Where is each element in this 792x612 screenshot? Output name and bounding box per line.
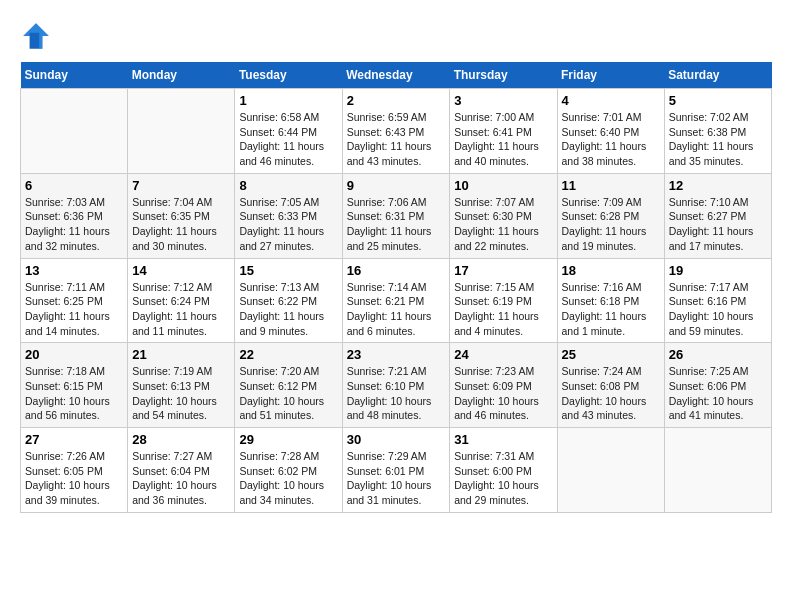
header-tuesday: Tuesday bbox=[235, 62, 342, 89]
header-row: SundayMondayTuesdayWednesdayThursdayFrid… bbox=[21, 62, 772, 89]
day-number-12: 12 bbox=[669, 178, 767, 193]
day-info-6: Sunrise: 7:03 AM Sunset: 6:36 PM Dayligh… bbox=[25, 195, 123, 254]
empty-cell bbox=[128, 89, 235, 174]
empty-cell bbox=[557, 428, 664, 513]
header-thursday: Thursday bbox=[450, 62, 557, 89]
day-number-24: 24 bbox=[454, 347, 552, 362]
day-number-22: 22 bbox=[239, 347, 337, 362]
header-friday: Friday bbox=[557, 62, 664, 89]
day-cell-8: 8Sunrise: 7:05 AM Sunset: 6:33 PM Daylig… bbox=[235, 173, 342, 258]
day-number-29: 29 bbox=[239, 432, 337, 447]
day-info-5: Sunrise: 7:02 AM Sunset: 6:38 PM Dayligh… bbox=[669, 110, 767, 169]
day-number-27: 27 bbox=[25, 432, 123, 447]
day-info-19: Sunrise: 7:17 AM Sunset: 6:16 PM Dayligh… bbox=[669, 280, 767, 339]
day-number-14: 14 bbox=[132, 263, 230, 278]
day-number-30: 30 bbox=[347, 432, 446, 447]
day-cell-21: 21Sunrise: 7:19 AM Sunset: 6:13 PM Dayli… bbox=[128, 343, 235, 428]
day-number-20: 20 bbox=[25, 347, 123, 362]
day-info-21: Sunrise: 7:19 AM Sunset: 6:13 PM Dayligh… bbox=[132, 364, 230, 423]
day-info-16: Sunrise: 7:14 AM Sunset: 6:21 PM Dayligh… bbox=[347, 280, 446, 339]
day-cell-6: 6Sunrise: 7:03 AM Sunset: 6:36 PM Daylig… bbox=[21, 173, 128, 258]
day-number-13: 13 bbox=[25, 263, 123, 278]
day-number-6: 6 bbox=[25, 178, 123, 193]
empty-cell bbox=[21, 89, 128, 174]
day-cell-1: 1Sunrise: 6:58 AM Sunset: 6:44 PM Daylig… bbox=[235, 89, 342, 174]
day-number-5: 5 bbox=[669, 93, 767, 108]
header-saturday: Saturday bbox=[664, 62, 771, 89]
day-cell-13: 13Sunrise: 7:11 AM Sunset: 6:25 PM Dayli… bbox=[21, 258, 128, 343]
logo bbox=[20, 20, 56, 52]
day-cell-23: 23Sunrise: 7:21 AM Sunset: 6:10 PM Dayli… bbox=[342, 343, 450, 428]
day-info-27: Sunrise: 7:26 AM Sunset: 6:05 PM Dayligh… bbox=[25, 449, 123, 508]
day-cell-14: 14Sunrise: 7:12 AM Sunset: 6:24 PM Dayli… bbox=[128, 258, 235, 343]
day-number-8: 8 bbox=[239, 178, 337, 193]
day-number-4: 4 bbox=[562, 93, 660, 108]
day-number-25: 25 bbox=[562, 347, 660, 362]
day-cell-31: 31Sunrise: 7:31 AM Sunset: 6:00 PM Dayli… bbox=[450, 428, 557, 513]
day-cell-16: 16Sunrise: 7:14 AM Sunset: 6:21 PM Dayli… bbox=[342, 258, 450, 343]
day-cell-15: 15Sunrise: 7:13 AM Sunset: 6:22 PM Dayli… bbox=[235, 258, 342, 343]
header-monday: Monday bbox=[128, 62, 235, 89]
day-number-11: 11 bbox=[562, 178, 660, 193]
day-info-2: Sunrise: 6:59 AM Sunset: 6:43 PM Dayligh… bbox=[347, 110, 446, 169]
logo-icon bbox=[20, 20, 52, 52]
day-cell-17: 17Sunrise: 7:15 AM Sunset: 6:19 PM Dayli… bbox=[450, 258, 557, 343]
week-row-3: 13Sunrise: 7:11 AM Sunset: 6:25 PM Dayli… bbox=[21, 258, 772, 343]
week-row-5: 27Sunrise: 7:26 AM Sunset: 6:05 PM Dayli… bbox=[21, 428, 772, 513]
day-info-18: Sunrise: 7:16 AM Sunset: 6:18 PM Dayligh… bbox=[562, 280, 660, 339]
day-info-14: Sunrise: 7:12 AM Sunset: 6:24 PM Dayligh… bbox=[132, 280, 230, 339]
day-cell-5: 5Sunrise: 7:02 AM Sunset: 6:38 PM Daylig… bbox=[664, 89, 771, 174]
day-cell-4: 4Sunrise: 7:01 AM Sunset: 6:40 PM Daylig… bbox=[557, 89, 664, 174]
day-cell-18: 18Sunrise: 7:16 AM Sunset: 6:18 PM Dayli… bbox=[557, 258, 664, 343]
day-info-7: Sunrise: 7:04 AM Sunset: 6:35 PM Dayligh… bbox=[132, 195, 230, 254]
day-info-3: Sunrise: 7:00 AM Sunset: 6:41 PM Dayligh… bbox=[454, 110, 552, 169]
day-number-15: 15 bbox=[239, 263, 337, 278]
day-number-31: 31 bbox=[454, 432, 552, 447]
day-info-15: Sunrise: 7:13 AM Sunset: 6:22 PM Dayligh… bbox=[239, 280, 337, 339]
day-number-7: 7 bbox=[132, 178, 230, 193]
page-header bbox=[20, 20, 772, 52]
day-number-26: 26 bbox=[669, 347, 767, 362]
day-cell-30: 30Sunrise: 7:29 AM Sunset: 6:01 PM Dayli… bbox=[342, 428, 450, 513]
day-cell-26: 26Sunrise: 7:25 AM Sunset: 6:06 PM Dayli… bbox=[664, 343, 771, 428]
day-info-17: Sunrise: 7:15 AM Sunset: 6:19 PM Dayligh… bbox=[454, 280, 552, 339]
day-info-23: Sunrise: 7:21 AM Sunset: 6:10 PM Dayligh… bbox=[347, 364, 446, 423]
day-cell-12: 12Sunrise: 7:10 AM Sunset: 6:27 PM Dayli… bbox=[664, 173, 771, 258]
day-info-29: Sunrise: 7:28 AM Sunset: 6:02 PM Dayligh… bbox=[239, 449, 337, 508]
day-info-1: Sunrise: 6:58 AM Sunset: 6:44 PM Dayligh… bbox=[239, 110, 337, 169]
day-cell-11: 11Sunrise: 7:09 AM Sunset: 6:28 PM Dayli… bbox=[557, 173, 664, 258]
day-info-30: Sunrise: 7:29 AM Sunset: 6:01 PM Dayligh… bbox=[347, 449, 446, 508]
day-info-22: Sunrise: 7:20 AM Sunset: 6:12 PM Dayligh… bbox=[239, 364, 337, 423]
day-info-26: Sunrise: 7:25 AM Sunset: 6:06 PM Dayligh… bbox=[669, 364, 767, 423]
day-number-18: 18 bbox=[562, 263, 660, 278]
day-cell-25: 25Sunrise: 7:24 AM Sunset: 6:08 PM Dayli… bbox=[557, 343, 664, 428]
week-row-1: 1Sunrise: 6:58 AM Sunset: 6:44 PM Daylig… bbox=[21, 89, 772, 174]
day-info-28: Sunrise: 7:27 AM Sunset: 6:04 PM Dayligh… bbox=[132, 449, 230, 508]
day-info-12: Sunrise: 7:10 AM Sunset: 6:27 PM Dayligh… bbox=[669, 195, 767, 254]
day-info-9: Sunrise: 7:06 AM Sunset: 6:31 PM Dayligh… bbox=[347, 195, 446, 254]
day-number-28: 28 bbox=[132, 432, 230, 447]
day-cell-22: 22Sunrise: 7:20 AM Sunset: 6:12 PM Dayli… bbox=[235, 343, 342, 428]
day-cell-19: 19Sunrise: 7:17 AM Sunset: 6:16 PM Dayli… bbox=[664, 258, 771, 343]
day-cell-3: 3Sunrise: 7:00 AM Sunset: 6:41 PM Daylig… bbox=[450, 89, 557, 174]
day-cell-27: 27Sunrise: 7:26 AM Sunset: 6:05 PM Dayli… bbox=[21, 428, 128, 513]
day-number-21: 21 bbox=[132, 347, 230, 362]
day-number-19: 19 bbox=[669, 263, 767, 278]
day-cell-29: 29Sunrise: 7:28 AM Sunset: 6:02 PM Dayli… bbox=[235, 428, 342, 513]
day-cell-2: 2Sunrise: 6:59 AM Sunset: 6:43 PM Daylig… bbox=[342, 89, 450, 174]
week-row-4: 20Sunrise: 7:18 AM Sunset: 6:15 PM Dayli… bbox=[21, 343, 772, 428]
day-info-11: Sunrise: 7:09 AM Sunset: 6:28 PM Dayligh… bbox=[562, 195, 660, 254]
header-wednesday: Wednesday bbox=[342, 62, 450, 89]
day-number-1: 1 bbox=[239, 93, 337, 108]
day-cell-9: 9Sunrise: 7:06 AM Sunset: 6:31 PM Daylig… bbox=[342, 173, 450, 258]
day-number-3: 3 bbox=[454, 93, 552, 108]
day-number-9: 9 bbox=[347, 178, 446, 193]
day-cell-28: 28Sunrise: 7:27 AM Sunset: 6:04 PM Dayli… bbox=[128, 428, 235, 513]
day-info-24: Sunrise: 7:23 AM Sunset: 6:09 PM Dayligh… bbox=[454, 364, 552, 423]
day-cell-20: 20Sunrise: 7:18 AM Sunset: 6:15 PM Dayli… bbox=[21, 343, 128, 428]
day-cell-24: 24Sunrise: 7:23 AM Sunset: 6:09 PM Dayli… bbox=[450, 343, 557, 428]
day-info-31: Sunrise: 7:31 AM Sunset: 6:00 PM Dayligh… bbox=[454, 449, 552, 508]
day-info-20: Sunrise: 7:18 AM Sunset: 6:15 PM Dayligh… bbox=[25, 364, 123, 423]
day-cell-7: 7Sunrise: 7:04 AM Sunset: 6:35 PM Daylig… bbox=[128, 173, 235, 258]
calendar-table: SundayMondayTuesdayWednesdayThursdayFrid… bbox=[20, 62, 772, 513]
